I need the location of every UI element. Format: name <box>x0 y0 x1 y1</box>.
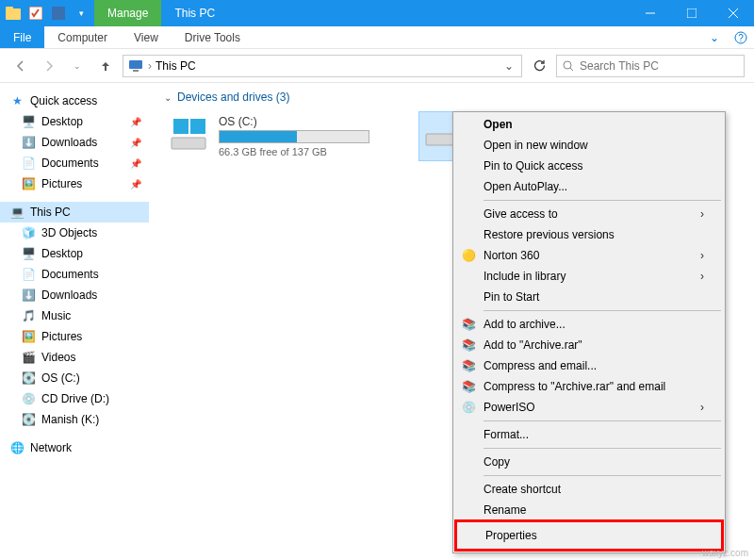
sidebar-item-desktop-pc[interactable]: 🖥️Desktop <box>0 243 149 264</box>
sidebar-quick-access[interactable]: ★ Quick access <box>0 91 149 111</box>
ctx-copy[interactable]: Copy <box>455 452 723 472</box>
poweriso-icon: 💿 <box>461 400 476 415</box>
refresh-button[interactable] <box>528 55 550 77</box>
ribbon-collapse-icon[interactable]: ⌄ <box>701 26 728 48</box>
sidebar-item-label: Documents <box>41 268 99 281</box>
ctx-compress-email[interactable]: 📚Compress and email... <box>455 355 723 376</box>
norton-icon: 🟡 <box>461 248 476 263</box>
ctx-open[interactable]: Open <box>455 114 723 135</box>
ctx-poweriso[interactable]: 💿PowerISO› <box>455 397 723 418</box>
sidebar-item-pictures-pc[interactable]: 🖼️Pictures <box>0 326 149 347</box>
svg-rect-10 <box>129 60 142 69</box>
qat-dropdown-icon[interactable]: ▾ <box>74 6 89 21</box>
videos-icon: 🎬 <box>21 350 36 365</box>
winrar-icon: 📚 <box>461 358 476 373</box>
ctx-separator <box>484 448 721 449</box>
drive-free-text: 66.3 GB free of 137 GB <box>219 146 396 157</box>
sidebar-this-pc[interactable]: 💻This PC <box>0 202 149 222</box>
search-box[interactable] <box>556 55 745 77</box>
ctx-create-shortcut[interactable]: Create shortcut <box>455 479 723 500</box>
pin-icon: 📌 <box>130 179 141 189</box>
ctx-restore-versions[interactable]: Restore previous versions <box>455 224 723 245</box>
ctx-open-new-window[interactable]: Open in new window <box>455 135 723 156</box>
network-icon: 🌐 <box>9 440 25 455</box>
file-tab[interactable]: File <box>0 26 44 48</box>
explorer-icon <box>6 6 21 21</box>
svg-point-12 <box>564 61 571 69</box>
contextual-tab-manage[interactable]: Manage <box>94 0 161 26</box>
sidebar-item-downloads-pc[interactable]: ⬇️Downloads <box>0 285 149 305</box>
title-bar: ▾ Manage This PC <box>0 0 754 26</box>
computer-tab[interactable]: Computer <box>44 26 121 48</box>
forward-button[interactable] <box>38 55 60 77</box>
pin-icon: 📌 <box>130 117 141 127</box>
ctx-open-autoplay[interactable]: Open AutoPlay... <box>455 176 723 197</box>
ctx-add-archive[interactable]: 📚Add to archive... <box>455 314 723 335</box>
back-button[interactable] <box>9 55 32 77</box>
sidebar-item-cd-drive[interactable]: 💿CD Drive (D:) <box>0 388 149 409</box>
svg-rect-5 <box>687 8 697 18</box>
sidebar-item-music[interactable]: 🎵Music <box>0 305 149 326</box>
sidebar-item-label: Documents <box>41 156 99 170</box>
svg-rect-3 <box>52 7 65 20</box>
ctx-pin-quick-access[interactable]: Pin to Quick access <box>455 156 723 176</box>
sidebar-network[interactable]: 🌐Network <box>0 437 149 458</box>
ctx-separator <box>484 310 721 311</box>
cube-icon: 🧊 <box>21 225 36 240</box>
submenu-arrow-icon: › <box>700 249 704 262</box>
navigation-bar: ⌄ › This PC ⌄ <box>0 49 754 83</box>
sidebar-item-drive-c[interactable]: 💽OS (C:) <box>0 368 149 388</box>
sidebar-item-label: This PC <box>30 206 71 219</box>
ctx-rename[interactable]: Rename <box>455 500 723 520</box>
minimize-button[interactable] <box>630 0 671 26</box>
maximize-button[interactable] <box>671 0 713 26</box>
sidebar-item-label: CD Drive (D:) <box>41 392 109 405</box>
group-header-drives[interactable]: ⌄ Devices and drives (3) <box>164 91 739 104</box>
check-icon[interactable] <box>28 6 43 21</box>
sidebar-item-3d[interactable]: 🧊3D Objects <box>0 222 149 243</box>
view-tab[interactable]: View <box>121 26 172 48</box>
ctx-properties[interactable]: Properties <box>457 522 721 549</box>
pictures-icon: 🖼️ <box>21 329 36 344</box>
close-button[interactable] <box>713 0 754 26</box>
ctx-pin-start[interactable]: Pin to Start <box>455 287 723 307</box>
address-bar[interactable]: › This PC ⌄ <box>123 55 522 77</box>
recent-dropdown-icon[interactable]: ⌄ <box>66 55 89 77</box>
svg-rect-0 <box>6 8 21 20</box>
svg-rect-11 <box>133 70 139 72</box>
ctx-norton[interactable]: 🟡Norton 360› <box>455 245 723 266</box>
sidebar-item-documents-pc[interactable]: 📄Documents <box>0 264 149 285</box>
qat-item-icon[interactable] <box>51 6 66 21</box>
sidebar-item-desktop[interactable]: 🖥️Desktop📌 <box>0 111 149 132</box>
context-menu: Open Open in new window Pin to Quick acc… <box>452 111 726 553</box>
drive-os-c[interactable]: OS (C:) 66.3 GB free of 137 GB <box>164 111 400 161</box>
ctx-give-access[interactable]: Give access to› <box>455 204 723 224</box>
winrar-icon: 📚 <box>461 317 476 332</box>
sidebar-item-downloads[interactable]: ⬇️Downloads📌 <box>0 132 149 153</box>
search-icon <box>563 60 574 72</box>
ctx-format[interactable]: Format... <box>455 424 723 445</box>
svg-rect-14 <box>172 138 205 149</box>
submenu-arrow-icon: › <box>700 401 704 414</box>
up-button[interactable] <box>94 55 117 77</box>
submenu-arrow-icon: › <box>700 270 704 283</box>
sidebar-item-label: Desktop <box>41 115 83 128</box>
sidebar-item-label: Music <box>41 309 71 322</box>
sidebar-item-label: Desktop <box>41 247 83 260</box>
ctx-add-rar[interactable]: 📚Add to "Archive.rar" <box>455 335 723 355</box>
sidebar-item-pictures[interactable]: 🖼️Pictures📌 <box>0 173 149 194</box>
breadcrumb-location[interactable]: This PC <box>156 59 196 73</box>
chevron-right-icon[interactable]: › <box>146 59 154 73</box>
address-dropdown-icon[interactable]: ⌄ <box>500 59 517 73</box>
downloads-icon: ⬇️ <box>21 288 36 303</box>
sidebar-item-drive-k[interactable]: 💽Manish (K:) <box>0 409 149 430</box>
drive-tools-tab[interactable]: Drive Tools <box>172 26 254 48</box>
sidebar-item-label: Videos <box>41 351 75 364</box>
ctx-include-library[interactable]: Include in library› <box>455 266 723 287</box>
sidebar-item-documents[interactable]: 📄Documents📌 <box>0 153 149 173</box>
help-icon[interactable]: ? <box>728 26 754 48</box>
sidebar-item-label: Pictures <box>41 177 82 190</box>
sidebar-item-videos[interactable]: 🎬Videos <box>0 347 149 368</box>
search-input[interactable] <box>580 59 738 73</box>
ctx-compress-rar-email[interactable]: 📚Compress to "Archive.rar" and email <box>455 376 723 397</box>
